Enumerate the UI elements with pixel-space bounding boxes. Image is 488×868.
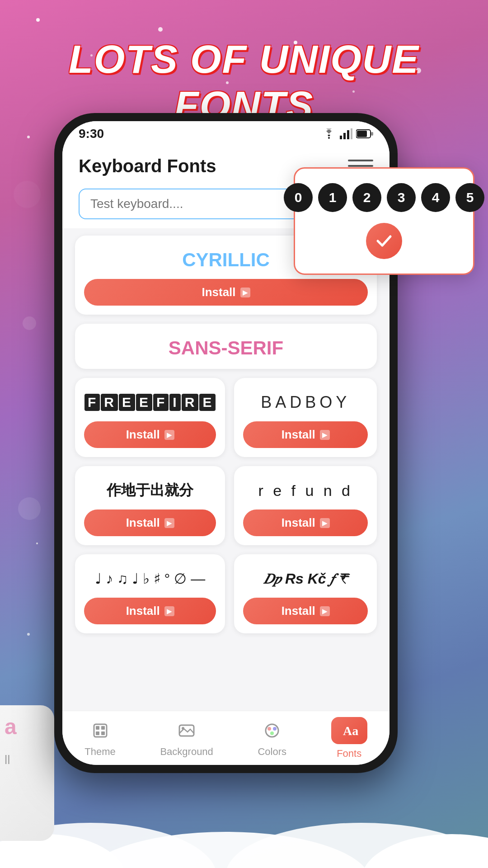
font-card-currency: 𝐷𝑝 Rs Kč 𝑓 ₹ Install ▶ xyxy=(234,554,377,633)
bottom-nav: Theme Background xyxy=(62,711,389,765)
font-preview-currency: 𝐷𝑝 Rs Kč 𝑓 ₹ xyxy=(263,567,347,590)
install-button-cyrillic[interactable]: Install ▶ xyxy=(84,279,368,306)
svg-point-23 xyxy=(270,731,274,735)
status-icons xyxy=(322,128,373,139)
svg-rect-16 xyxy=(96,731,99,735)
svg-rect-6 xyxy=(340,136,342,139)
font-preview-freefire: FREEFIRE xyxy=(84,391,216,414)
font-card-badboy: BADBOY Install ▶ xyxy=(234,378,377,457)
install-button-currency[interactable]: Install ▶ xyxy=(243,598,368,624)
svg-text:Aa: Aa xyxy=(343,724,358,738)
install-button-badboy[interactable]: Install ▶ xyxy=(243,421,368,448)
snow-hills xyxy=(0,805,488,868)
num-0: 0 xyxy=(284,183,313,212)
font-card-freefire: FREEFIRE Install ▶ xyxy=(75,378,225,457)
svg-rect-12 xyxy=(371,132,373,136)
svg-rect-17 xyxy=(101,731,105,735)
num-4: 4 xyxy=(421,183,450,212)
install-button-freefire[interactable]: Install ▶ xyxy=(84,421,216,448)
play-icon-music: ▶ xyxy=(164,606,174,616)
status-bar: 9:30 xyxy=(62,121,389,146)
font-preview-refund: r e f u n d xyxy=(258,479,353,502)
svg-rect-14 xyxy=(96,726,99,730)
font-preview-chinese: 作地于出就分 xyxy=(107,479,193,502)
svg-point-19 xyxy=(182,727,184,730)
font-preview-badboy: BADBOY xyxy=(261,391,350,414)
left-phone-hint: a ll xyxy=(0,705,54,841)
nav-item-background[interactable]: Background xyxy=(160,719,213,758)
svg-rect-15 xyxy=(101,726,105,730)
nav-label-colors: Colors xyxy=(258,746,286,758)
signal-icon xyxy=(340,128,352,139)
wifi-icon xyxy=(322,128,336,139)
svg-rect-7 xyxy=(343,133,346,139)
nav-item-fonts[interactable]: Aa Fonts xyxy=(331,717,367,760)
font-preview-cyrillic: CYRILLIC xyxy=(182,248,270,272)
colors-icon xyxy=(260,719,284,742)
svg-point-5 xyxy=(328,137,330,139)
svg-rect-8 xyxy=(347,130,349,139)
num-1: 1 xyxy=(318,183,347,212)
font-list: CYRILLIC Install ▶ SANS-SERIF FREEFIRE I… xyxy=(62,228,389,711)
app-title: Keyboard Fonts xyxy=(79,156,216,176)
status-time: 9:30 xyxy=(79,127,104,141)
play-icon-chinese: ▶ xyxy=(164,518,174,528)
nav-label-background: Background xyxy=(160,746,213,758)
nav-item-colors[interactable]: Colors xyxy=(258,719,286,758)
svg-point-22 xyxy=(273,727,277,731)
play-icon: ▶ xyxy=(240,288,250,297)
nav-label-fonts: Fonts xyxy=(337,748,361,760)
install-button-music[interactable]: Install ▶ xyxy=(84,598,216,624)
font-card-chinese: 作地于出就分 Install ▶ xyxy=(75,466,225,545)
nav-label-theme: Theme xyxy=(84,746,115,758)
num-2: 2 xyxy=(352,183,381,212)
font-preview-sans-serif: SANS-SERIF xyxy=(169,336,283,360)
install-button-refund[interactable]: Install ▶ xyxy=(243,509,368,536)
font-card-music: ♩ ♪ ♫ ♩ ♭ ♯ ° ∅ — Install ▶ xyxy=(75,554,225,633)
install-button-chinese[interactable]: Install ▶ xyxy=(84,509,216,536)
check-circle xyxy=(366,223,402,259)
svg-rect-13 xyxy=(94,724,107,737)
font-card-sans-serif: SANS-SERIF xyxy=(75,324,377,369)
fonts-icon: Aa xyxy=(339,721,359,741)
check-icon xyxy=(374,231,394,251)
num-5: 5 xyxy=(455,183,484,212)
num-3: 3 xyxy=(387,183,416,212)
svg-point-21 xyxy=(267,727,271,731)
fonts-icon-bg: Aa xyxy=(331,717,367,744)
battery-icon xyxy=(356,129,373,139)
numpad-digits: 0 1 2 3 4 5 xyxy=(284,183,484,212)
svg-rect-9 xyxy=(351,128,352,139)
play-icon-currency: ▶ xyxy=(320,606,330,616)
play-icon-refund: ▶ xyxy=(320,518,330,528)
play-icon-badboy: ▶ xyxy=(320,430,330,440)
svg-rect-11 xyxy=(357,131,367,137)
nav-item-theme[interactable]: Theme xyxy=(84,719,115,758)
theme-icon xyxy=(89,719,112,742)
play-icon-freefire: ▶ xyxy=(164,430,174,440)
background-icon xyxy=(175,719,198,742)
font-card-refund: r e f u n d Install ▶ xyxy=(234,466,377,545)
font-preview-music: ♩ ♪ ♫ ♩ ♭ ♯ ° ∅ — xyxy=(95,567,205,590)
numpad-popup: 0 1 2 3 4 5 xyxy=(294,167,474,275)
